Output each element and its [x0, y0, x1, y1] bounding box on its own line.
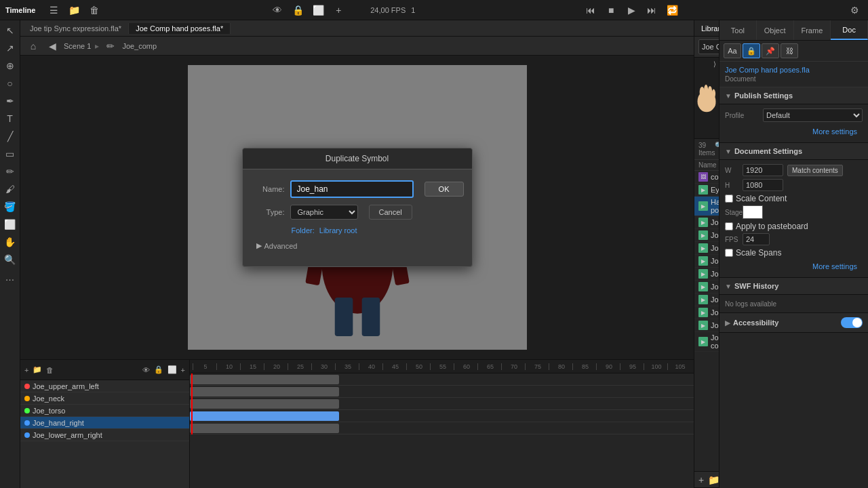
accessibility-toggle[interactable] — [841, 317, 863, 328]
list-item[interactable]: ▶ Joe_comp — [694, 216, 719, 229]
layer-row[interactable]: Joe_lower_arm_right — [20, 429, 189, 441]
tab-joe-sync[interactable]: Joe tip Sync expression.fla* — [23, 23, 129, 34]
fill-tool[interactable]: 🪣 — [3, 199, 18, 214]
new-layer-icon[interactable]: ☰ — [46, 3, 61, 18]
tab-joe-comp[interactable]: Joe Comp hand poses.fla* — [129, 23, 231, 34]
library-file-select[interactable]: Joe Comp hand poses.fla — [698, 39, 719, 54]
dialog-name-label: Name: — [251, 185, 285, 193]
text-tool[interactable]: T — [3, 111, 18, 126]
profile-select[interactable]: Default — [763, 108, 863, 122]
props-aa-icon[interactable]: Aa — [724, 43, 741, 58]
select-tool[interactable]: ↖ — [3, 23, 18, 38]
props-pin-icon[interactable]: 📌 — [762, 43, 779, 58]
publish-more-settings[interactable]: More settings — [725, 125, 863, 138]
add-icon[interactable]: + — [331, 3, 346, 18]
tab-tool[interactable]: Tool — [719, 20, 757, 40]
lasso-tool[interactable]: ○ — [3, 76, 18, 91]
library-preview: ⟩ — [694, 58, 719, 139]
dialog-type-select[interactable]: Graphic Movie Clip Button — [290, 205, 358, 220]
scale-content-checkbox[interactable] — [725, 195, 733, 203]
list-item[interactable]: 🖼 colour.jpg — [694, 171, 719, 184]
new-symbol-icon[interactable]: + — [698, 472, 704, 487]
list-item[interactable]: ▶ Joe_eyeshape_right — [694, 306, 719, 319]
back-icon[interactable]: ◀ — [45, 39, 60, 54]
apply-pasteboard-label: Apply to pasteboard — [736, 222, 808, 231]
layer-row[interactable]: Joe_torso — [20, 405, 189, 417]
rect-tool[interactable]: ▭ — [3, 146, 18, 161]
dialog-advanced-row[interactable]: ▶ Advanced — [251, 241, 464, 250]
list-item[interactable]: ▶ Joe_eyebrow_right — [694, 268, 719, 281]
list-item[interactable]: ▶ Joe_face colour — [694, 332, 719, 352]
layer-row-selected[interactable]: Joe_hand_right — [20, 417, 189, 429]
list-item[interactable]: ▶ Joe_eye_mask_left — [694, 242, 719, 255]
props-chain-icon[interactable]: ⛓ — [781, 43, 798, 58]
tab-frame[interactable]: Frame — [794, 20, 831, 40]
publish-settings-header[interactable]: ▼ Publish Settings — [719, 87, 868, 104]
props-lock-icon[interactable]: 🔒 — [743, 43, 760, 58]
height-input[interactable] — [743, 179, 783, 191]
home-icon[interactable]: ⌂ — [26, 39, 41, 54]
accessibility-header[interactable]: ▶ Accessibility — [719, 313, 868, 333]
layer-row[interactable]: Joe_upper_arm_left — [20, 380, 189, 392]
settings-icon[interactable]: ⚙ — [848, 3, 863, 18]
dialog-ok-button[interactable]: OK — [425, 182, 464, 197]
stage-color-swatch[interactable] — [743, 205, 763, 219]
document-settings-header[interactable]: ▼ Document Settings — [719, 143, 868, 160]
add-motion-icon[interactable]: + — [181, 366, 185, 374]
h-label: H — [725, 182, 738, 189]
pencil-tool[interactable]: ✏ — [3, 164, 18, 179]
swf-history-header[interactable]: ▼ SWF History — [719, 278, 868, 295]
dialog-name-input[interactable] — [290, 180, 414, 198]
list-item[interactable]: ▶ Joe_ear — [694, 229, 719, 242]
outline-icon[interactable]: ⬜ — [311, 3, 326, 18]
tabs-bar: Joe tip Sync expression.fla* Joe Comp ha… — [20, 20, 694, 37]
new-folder-icon[interactable]: 📁 — [66, 3, 81, 18]
library-header: Joe Comp hand poses.fla 🔍 ⟩ — [694, 37, 719, 58]
list-item[interactable]: ▶ Eye_white_left — [694, 184, 719, 197]
brush-tool[interactable]: 🖌 — [3, 182, 18, 197]
subselect-tool[interactable]: ↗ — [3, 41, 18, 56]
preview-nav-icon[interactable]: ⟩ — [713, 60, 716, 68]
transform-tool[interactable]: ⊕ — [3, 58, 18, 73]
lock-icon[interactable]: 🔒 — [290, 3, 305, 18]
hand-tool[interactable]: ✋ — [3, 235, 18, 249]
delete-layer-btn[interactable]: 🗑 — [46, 366, 54, 374]
pen-tool[interactable]: ✒ — [3, 94, 18, 108]
new-folder-lib-icon[interactable]: 📁 — [708, 472, 719, 487]
apply-pasteboard-checkbox[interactable] — [725, 222, 733, 230]
match-contents-btn[interactable]: Match contents — [787, 165, 843, 176]
ruler-mark: 5 — [193, 363, 216, 370]
step-back-icon[interactable]: ⏮ — [583, 3, 598, 18]
lib-item-name: Joe_eyeshape_left — [711, 296, 719, 304]
lib-col-name: Name — [698, 161, 717, 169]
line-tool[interactable]: ╱ — [3, 129, 18, 144]
tab-doc[interactable]: Doc — [831, 20, 868, 40]
eye-icon[interactable]: 👁 — [270, 3, 285, 18]
timeline-track-rows — [190, 373, 694, 434]
new-folder-btn[interactable]: 📁 — [33, 365, 42, 374]
breadcrumb-edit-icon[interactable]: ✏ — [103, 39, 118, 54]
new-layer-btn[interactable]: + — [24, 366, 28, 374]
library-tab[interactable]: Library — [694, 20, 719, 36]
more-tools[interactable]: … — [3, 270, 18, 285]
width-input[interactable] — [743, 164, 783, 176]
list-item[interactable]: ▶ Joe_eyebrow_left — [694, 255, 719, 268]
stop-icon[interactable]: ■ — [604, 3, 618, 18]
dialog-folder-value[interactable]: Library root — [319, 226, 357, 235]
delete-layer-icon[interactable]: 🗑 — [87, 3, 102, 18]
step-fwd-icon[interactable]: ⏭ — [644, 3, 659, 18]
tab-object[interactable]: Object — [757, 20, 794, 40]
layer-row[interactable]: Joe_neck — [20, 392, 189, 405]
scale-spans-checkbox[interactable] — [725, 249, 733, 257]
list-item-selected[interactable]: ▶ Hand poses — [694, 197, 719, 216]
eraser-tool[interactable]: ⬜ — [3, 217, 18, 232]
loop-icon[interactable]: 🔁 — [665, 3, 679, 18]
dialog-cancel-button[interactable]: Cancel — [369, 205, 412, 220]
zoom-tool[interactable]: 🔍 — [3, 252, 18, 267]
list-item[interactable]: ▶ Joe_eyeshape_left — [694, 293, 719, 306]
doc-more-settings[interactable]: More settings — [725, 260, 863, 273]
play-icon[interactable]: ▶ — [624, 3, 639, 18]
list-item[interactable]: ▶ Joe_eyewhite_right — [694, 319, 719, 332]
fps-input[interactable] — [743, 233, 770, 245]
list-item[interactable]: ▶ Joe_eyemask_right — [694, 281, 719, 293]
